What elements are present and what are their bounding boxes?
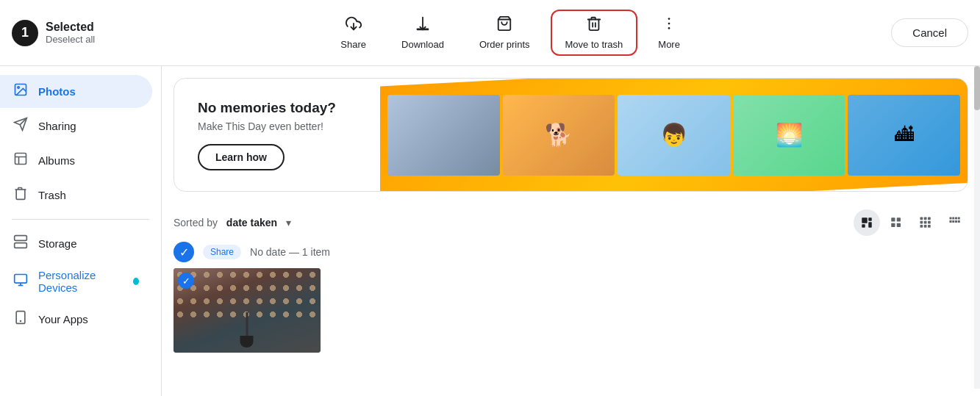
sidebar-item-albums[interactable]: Albums [0, 144, 152, 177]
svg-rect-33 [928, 217, 931, 220]
deselect-all-button[interactable]: Deselect all [46, 34, 95, 45]
more-icon [661, 15, 677, 36]
share-button[interactable]: Share [326, 10, 381, 56]
film-photo-4: 🌅 [733, 95, 845, 176]
view-large-button[interactable] [854, 209, 880, 236]
view-medium-button[interactable] [883, 209, 909, 236]
svg-rect-43 [958, 217, 960, 220]
sidebar-personalize-label: Personalize Devices [38, 269, 123, 294]
svg-point-10 [18, 87, 19, 89]
svg-rect-46 [955, 220, 957, 223]
lamp [246, 312, 248, 342]
albums-icon [13, 151, 28, 170]
svg-rect-39 [928, 225, 931, 228]
svg-rect-26 [868, 222, 872, 228]
svg-rect-37 [920, 225, 923, 228]
main-layout: Photos Sharing Albums Trash Storag [0, 66, 980, 396]
order-prints-icon [496, 15, 512, 36]
sidebar-item-your-apps[interactable]: Your Apps [0, 303, 152, 336]
sidebar-photos-label: Photos [38, 85, 76, 98]
selected-count: 1 [12, 20, 38, 46]
film-photo-3: 👦 [618, 95, 730, 176]
svg-rect-32 [924, 217, 927, 220]
sidebar-sharing-label: Sharing [38, 120, 76, 132]
svg-rect-25 [862, 224, 865, 228]
svg-rect-29 [891, 223, 895, 227]
svg-rect-28 [897, 217, 901, 221]
sharing-icon [13, 117, 28, 135]
svg-rect-42 [955, 217, 957, 220]
order-prints-label: Order prints [479, 39, 530, 50]
banner-illustration: 🐕 👦 🌅 🏙 [380, 79, 968, 191]
toolbar-actions: Share Download Order print [129, 10, 891, 56]
download-button[interactable]: Download [387, 10, 459, 56]
view-toggles [854, 209, 968, 236]
svg-rect-23 [862, 217, 868, 223]
sort-control[interactable]: Sorted by date taken ▾ [174, 217, 291, 228]
notification-dot [133, 278, 139, 285]
svg-rect-38 [924, 225, 927, 228]
svg-rect-45 [952, 220, 954, 223]
view-small-button[interactable] [912, 209, 939, 236]
svg-rect-47 [958, 220, 960, 223]
sidebar-item-storage[interactable]: Storage [0, 227, 152, 260]
film-photo-2: 🐕 [503, 95, 615, 176]
svg-rect-30 [897, 223, 901, 227]
film-photos: 🐕 👦 🌅 🏙 [380, 84, 968, 185]
svg-rect-34 [920, 221, 923, 224]
sidebar-item-sharing[interactable]: Sharing [0, 109, 152, 143]
film-photo-1 [387, 95, 500, 176]
more-button[interactable]: More [643, 10, 695, 56]
share-icon [346, 15, 362, 36]
svg-rect-40 [950, 217, 952, 220]
svg-point-8 [668, 27, 670, 29]
banner-subtext: Make This Day even better! [198, 120, 357, 132]
share-label: Share [340, 39, 366, 50]
sidebar-item-personalize[interactable]: Personalize Devices [0, 262, 152, 301]
banner-text: No memories today? Make This Day even be… [174, 82, 380, 188]
svg-rect-13 [15, 154, 26, 165]
move-to-trash-button[interactable]: Move to trash [551, 10, 638, 56]
svg-rect-24 [868, 217, 872, 221]
svg-rect-41 [952, 217, 954, 220]
more-label: More [658, 39, 680, 50]
storage-icon [13, 234, 28, 253]
banner-heading: No memories today? [198, 100, 357, 116]
order-prints-button[interactable]: Order prints [465, 10, 545, 56]
sort-prefix: Sorted by [174, 217, 218, 228]
scrollbar[interactable] [974, 66, 980, 389]
ceiling-pattern [174, 268, 321, 319]
svg-rect-35 [924, 221, 927, 224]
group-title: No date — 1 item [250, 246, 330, 258]
scroll-thumb[interactable] [974, 66, 980, 110]
group-check[interactable]: ✓ [174, 242, 194, 262]
sidebar-your-apps-label: Your Apps [38, 313, 88, 325]
svg-rect-27 [891, 217, 895, 221]
selected-text: Selected Deselect all [46, 21, 95, 45]
view-compact-button[interactable] [942, 209, 968, 236]
svg-rect-14 [15, 236, 27, 241]
sidebar-storage-label: Storage [38, 237, 77, 250]
photo-grid: ✓ [174, 268, 968, 353]
content-area: No memories today? Make This Day even be… [162, 66, 980, 396]
sidebar-item-trash[interactable]: Trash [0, 179, 152, 212]
sidebar-item-photos[interactable]: Photos [0, 75, 152, 108]
photos-icon [13, 82, 28, 101]
svg-rect-15 [15, 243, 27, 248]
selected-label: Selected [46, 21, 95, 34]
svg-rect-36 [928, 221, 931, 224]
cancel-button[interactable]: Cancel [891, 18, 968, 47]
personalize-icon [13, 273, 28, 291]
sidebar: Photos Sharing Albums Trash Storag [0, 66, 162, 396]
share-tag[interactable]: Share [203, 245, 241, 259]
svg-point-6 [668, 18, 670, 20]
download-icon [415, 15, 431, 36]
photo-group: ✓ Share No date — 1 item ✓ [162, 242, 980, 353]
trash-icon [586, 15, 602, 36]
group-header: ✓ Share No date — 1 item [174, 242, 968, 262]
learn-how-button[interactable]: Learn how [198, 144, 285, 170]
sidebar-divider [12, 219, 149, 220]
photo-thumbnail[interactable]: ✓ [174, 268, 321, 353]
memories-banner: No memories today? Make This Day even be… [174, 78, 968, 192]
svg-rect-18 [15, 274, 27, 283]
